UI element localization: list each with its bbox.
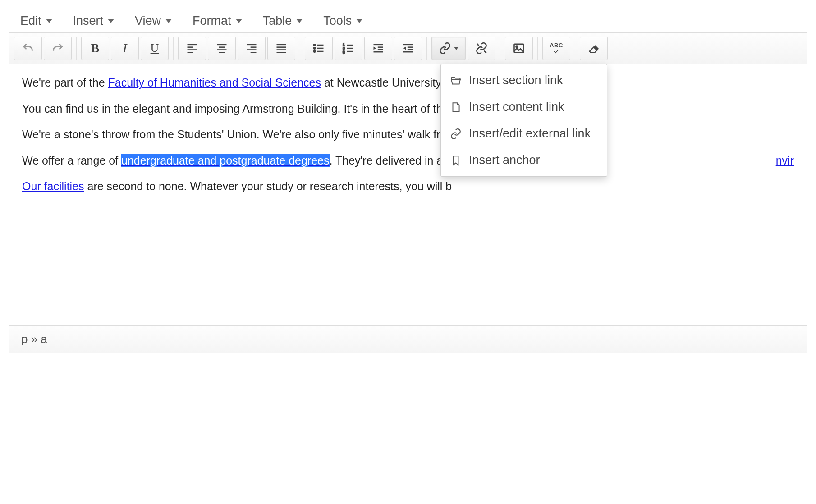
content-wrap: We're part of the Faculty of Humanities … — [9, 64, 807, 325]
bold-button[interactable]: B — [81, 37, 109, 60]
link-facilities[interactable]: Our facilities — [22, 180, 84, 192]
folder-open-icon — [450, 75, 462, 87]
align-left-button[interactable] — [178, 37, 206, 60]
undo-button[interactable] — [14, 37, 42, 60]
link-button[interactable] — [431, 37, 466, 60]
bullet-list-button[interactable] — [305, 37, 333, 60]
text-run: at Newcastle University. — [321, 76, 444, 89]
spellcheck-button[interactable]: ABC — [542, 37, 570, 60]
dd-label: Insert anchor — [469, 153, 540, 167]
svg-text:3: 3 — [343, 50, 345, 55]
element-path[interactable]: p » a — [21, 332, 47, 346]
dd-insert-external-link[interactable]: Insert/edit external link — [441, 120, 607, 147]
align-justify-button[interactable] — [267, 37, 295, 60]
svg-marker-37 — [403, 47, 406, 50]
svg-point-17 — [314, 47, 316, 49]
caret-down-icon — [236, 19, 242, 23]
eraser-button[interactable] — [580, 37, 608, 60]
text-run: . They're delivered in a w — [330, 154, 454, 167]
image-button[interactable] — [505, 37, 533, 60]
menu-tools[interactable]: Tools — [323, 14, 362, 28]
numbered-list-button[interactable]: 123 — [335, 37, 362, 60]
caret-down-icon — [165, 19, 172, 23]
indent-button[interactable] — [394, 37, 422, 60]
svg-point-16 — [314, 44, 316, 46]
paragraph[interactable]: You can find us in the elegant and impos… — [22, 98, 794, 120]
paragraph[interactable]: We offer a range of undergraduate and po… — [22, 150, 794, 172]
bullet-list-icon — [312, 42, 325, 55]
check-icon — [551, 48, 561, 55]
selected-text: undergraduate and postgraduate degrees — [121, 154, 329, 167]
link-dropdown: Insert section link Insert content link … — [440, 64, 607, 177]
align-right-icon — [245, 42, 258, 55]
statusbar: p » a — [9, 325, 807, 353]
content-area[interactable]: We're part of the Faculty of Humanities … — [9, 64, 807, 325]
dd-insert-content-link[interactable]: Insert content link — [441, 94, 607, 120]
menu-table[interactable]: Table — [263, 14, 303, 28]
numbered-list-icon: 123 — [342, 42, 355, 55]
align-center-icon — [215, 42, 228, 55]
caret-down-icon — [454, 47, 458, 50]
menu-format[interactable]: Format — [193, 14, 242, 28]
link-degrees[interactable]: undergraduate and postgraduate degrees — [121, 154, 329, 167]
dd-label: Insert content link — [469, 100, 564, 114]
file-icon — [450, 101, 462, 113]
svg-line-39 — [484, 51, 486, 53]
caret-down-icon — [108, 19, 114, 23]
bookmark-icon — [450, 155, 462, 166]
menubar: Edit Insert View Format Table Tools — [9, 9, 807, 33]
align-left-icon — [186, 42, 198, 55]
outdent-icon — [372, 42, 385, 55]
svg-marker-32 — [374, 47, 376, 50]
text-run: are second to none. Whatever your study … — [84, 180, 452, 192]
align-center-button[interactable] — [208, 37, 236, 60]
redo-icon — [51, 42, 64, 55]
text-run: We offer a range of — [22, 154, 121, 167]
menu-insert[interactable]: Insert — [73, 14, 115, 28]
dd-label: Insert/edit external link — [469, 127, 591, 141]
link-fragment[interactable]: nvir — [776, 150, 794, 172]
redo-button[interactable] — [44, 37, 72, 60]
dd-insert-anchor[interactable]: Insert anchor — [441, 147, 607, 174]
paragraph[interactable]: We're part of the Faculty of Humanities … — [22, 72, 794, 94]
eraser-icon — [587, 42, 600, 55]
undo-icon — [22, 42, 34, 55]
svg-point-18 — [314, 50, 316, 52]
align-justify-icon — [275, 42, 288, 55]
caret-down-icon — [46, 19, 52, 23]
dd-label: Insert section link — [469, 73, 563, 87]
spellcheck-label: ABC — [550, 42, 563, 48]
align-right-button[interactable] — [238, 37, 266, 60]
menu-view[interactable]: View — [135, 14, 172, 28]
image-icon — [513, 42, 525, 55]
text-run: We're part of the — [22, 76, 108, 89]
dd-insert-section-link[interactable]: Insert section link — [441, 67, 607, 94]
paragraph[interactable]: Our facilities are second to none. Whate… — [22, 176, 794, 197]
indent-icon — [402, 42, 414, 55]
menu-edit[interactable]: Edit — [20, 14, 52, 28]
link-icon — [439, 42, 451, 55]
caret-down-icon — [296, 19, 303, 23]
caret-down-icon — [356, 19, 362, 23]
paragraph[interactable]: We're a stone's throw from the Students'… — [22, 124, 794, 146]
underline-button[interactable]: U — [141, 37, 169, 60]
link-faculty[interactable]: Faculty of Humanities and Social Science… — [108, 76, 321, 89]
link-icon — [450, 128, 462, 140]
svg-line-38 — [477, 44, 479, 46]
toolbar: B I U 123 — [9, 33, 807, 64]
svg-point-41 — [516, 46, 518, 48]
unlink-icon — [475, 42, 488, 55]
unlink-button[interactable] — [468, 37, 495, 60]
editor-container: Edit Insert View Format Table Tools B I … — [9, 9, 807, 353]
italic-button[interactable]: I — [111, 37, 139, 60]
outdent-button[interactable] — [364, 37, 392, 60]
